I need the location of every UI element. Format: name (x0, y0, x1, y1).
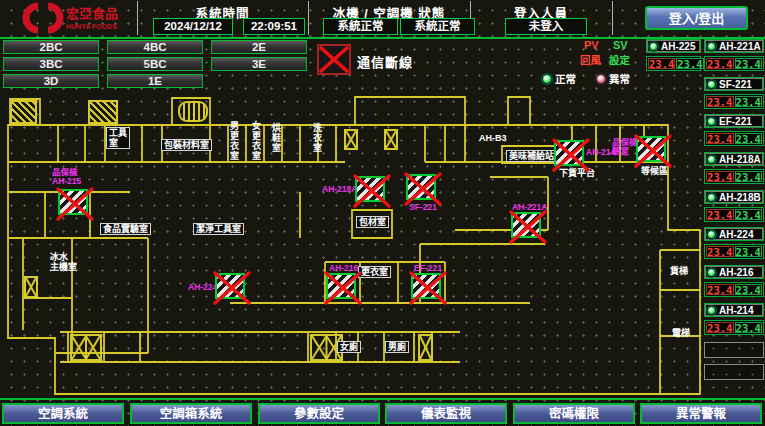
room-label: 女廁 (337, 341, 361, 353)
room-label: 電梯 (672, 328, 690, 338)
room-label: 工具 室 (106, 127, 130, 149)
room-label: 潔淨工具室 (193, 223, 244, 235)
room-label: 烘鞋室 (271, 123, 281, 153)
hmi-screen: 宏亞食品 HUNYA FOODS 系統時間 2024/12/12 22:09:5… (0, 0, 765, 426)
shaft-x-icon (344, 129, 358, 150)
stairs-icon (10, 100, 37, 124)
equipment-label: 品保檢 AH-215 (52, 168, 81, 186)
room-label: 包材室 (356, 216, 389, 228)
room-label: AH-B3 (479, 133, 507, 143)
ahu-unit-icon[interactable] (215, 273, 245, 299)
room-label: 女更衣室 (251, 121, 261, 161)
room-label: 包裝材料室 (161, 139, 212, 151)
room-label: 男廁 (385, 341, 409, 353)
ahu-unit-icon[interactable] (355, 176, 385, 202)
ahu-unit-icon[interactable] (58, 189, 88, 215)
shaft-x-icon (24, 276, 38, 298)
ahu-unit-icon[interactable] (411, 273, 441, 299)
vent-grille-icon (178, 101, 208, 122)
room-label: 食品實驗室 (100, 223, 151, 235)
room-label: 男更衣室 (229, 121, 239, 161)
shaft-x-icon (384, 129, 398, 150)
equipment-label: AH-214 (586, 148, 615, 157)
ahu-unit-icon[interactable] (554, 140, 584, 166)
ahu-unit-icon[interactable] (326, 273, 356, 299)
ahu-unit-icon[interactable] (406, 174, 436, 200)
stairs-icon (88, 100, 118, 124)
room-label: 更衣室 (358, 266, 391, 278)
shaft-x-icon (418, 334, 433, 361)
shaft-double-x-icon (70, 334, 102, 361)
ahu-unit-icon[interactable] (636, 136, 666, 162)
room-label: 貨梯 (670, 266, 688, 276)
room-label: 洗衣室 (312, 123, 322, 153)
room-label: 冰水 主機室 (50, 252, 77, 272)
ahu-unit-icon[interactable] (511, 212, 541, 238)
floorplan-walls (0, 0, 765, 426)
